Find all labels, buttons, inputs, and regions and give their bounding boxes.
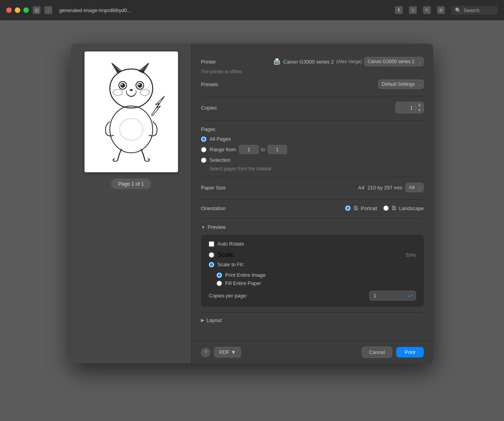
printer-name: Canon G3000 series 2 (Alex Varga) <box>283 59 362 65</box>
cancel-button[interactable]: Cancel <box>362 347 392 358</box>
paper-size-row: Paper Size A4 210 by 297 mm A4 <box>201 183 424 192</box>
portrait-radio[interactable] <box>345 205 351 211</box>
preview-section-label: Preview <box>208 224 226 230</box>
svg-point-0 <box>110 69 153 108</box>
printer-offline-message: The printer is offline. <box>201 69 243 74</box>
paper-size-selector-wrapper: A4 <box>405 183 424 192</box>
landscape-label: Landscape <box>399 205 424 211</box>
svg-point-11 <box>120 119 143 140</box>
landscape-radio[interactable] <box>383 205 389 211</box>
pages-section: Pages All Pages Range from to <box>201 121 424 177</box>
all-pages-row: All Pages <box>201 136 424 142</box>
print-entire-image-radio[interactable] <box>217 272 222 278</box>
layout-chevron-icon: ▶ <box>201 318 204 323</box>
page-indicator: Page 1 of 1 <box>111 179 151 189</box>
edit-icon[interactable]: ✎ <box>423 6 431 14</box>
minimize-button[interactable] <box>15 7 20 13</box>
paper-size-selector[interactable]: A4 <box>405 183 424 192</box>
presets-selector-wrapper: Default Settings <box>378 80 424 89</box>
preview-inner: Auto Rotate Scale: 50% <box>201 235 424 307</box>
pdf-chevron-icon: ▼ <box>231 349 236 355</box>
paper-size-value: A4 210 by 297 mm A4 <box>358 183 424 192</box>
printer-row: Printer 🖨️ Canon G3000 series 2 (Alex Va… <box>201 57 424 66</box>
auto-rotate-checkbox[interactable] <box>209 241 214 247</box>
main-content: Page 1 of 1 Printer 🖨️ Canon G3000 serie… <box>0 20 504 421</box>
range-from-label: Range from <box>210 147 236 152</box>
presets-selector[interactable]: Default Settings <box>378 80 424 89</box>
sidebar-toggle-icon[interactable]: ▤ <box>33 6 41 14</box>
auto-rotate-row: Auto Rotate <box>209 241 416 247</box>
settings-container: Printer 🖨️ Canon G3000 series 2 (Alex Va… <box>192 44 433 363</box>
close-button[interactable] <box>6 7 12 13</box>
preview-panel: Page 1 of 1 <box>71 44 192 363</box>
copies-per-page-selector[interactable]: 1 <box>369 291 416 301</box>
copies-decrement-button[interactable]: ▼ <box>416 108 423 113</box>
fill-entire-paper-option: Fill Entire Paper <box>217 280 416 286</box>
copies-per-page-row: Copies per page: 1 <box>209 291 416 301</box>
copies-per-page-label: Copies per page: <box>209 293 247 299</box>
scale-to-fit-row: Scale to Fit: <box>209 262 416 267</box>
copies-section: Copies 1 ▲ ▼ <box>201 96 424 121</box>
print-entire-image-label: Print Entire Image <box>225 272 266 278</box>
print-dialog: Page 1 of 1 Printer 🖨️ Canon G3000 serie… <box>71 44 433 363</box>
svg-point-10 <box>110 106 153 153</box>
all-pages-radio[interactable] <box>201 136 206 142</box>
maximize-button[interactable] <box>23 7 29 13</box>
portrait-label: Portrait <box>361 205 377 211</box>
search-label: Search <box>463 7 479 13</box>
print-button[interactable]: Print <box>396 347 424 357</box>
layout-section-label: Layout <box>206 317 222 323</box>
range-to-input[interactable] <box>268 145 287 154</box>
orientation-section: Orientation 🖻 Portrait 🖺 <box>201 200 424 219</box>
printer-emoji-icon: 🖨️ <box>273 58 281 65</box>
zoom-icon[interactable]: ⊕ <box>437 6 445 14</box>
selection-label: Selection <box>210 157 230 163</box>
printer-value: 🖨️ Canon G3000 series 2 (Alex Varga) Can… <box>273 57 424 66</box>
pikachu-image <box>96 61 166 163</box>
scale-to-fit-section: Scale to Fit: Print Entire Image <box>209 262 416 286</box>
pages-label: Pages <box>201 126 424 132</box>
all-pages-label: All Pages <box>210 136 231 142</box>
copies-stepper: 1 ▲ ▼ <box>395 102 424 113</box>
scale-value: 50% <box>406 252 416 258</box>
page-preview <box>85 51 178 172</box>
duplicate-icon[interactable]: ⎘ <box>409 6 417 14</box>
preview-section-header[interactable]: ▼ Preview <box>201 224 424 230</box>
copies-label: Copies <box>201 105 217 111</box>
copies-input[interactable]: 1 <box>396 103 415 112</box>
search-bar[interactable]: 🔍 Search <box>451 6 498 15</box>
scale-left: Scale: <box>209 251 234 258</box>
fill-entire-paper-label: Fill Entire Paper <box>225 280 261 286</box>
layout-section-header[interactable]: ▶ Layout <box>201 313 424 328</box>
auto-rotate-label: Auto Rotate <box>217 241 244 247</box>
print-entire-image-option: Print Entire Image <box>217 272 416 278</box>
copies-increment-button[interactable]: ▲ <box>416 102 423 108</box>
pdf-button[interactable]: PDF ▼ <box>214 347 241 357</box>
range-from-radio[interactable] <box>201 147 206 152</box>
range-to-text: to <box>261 147 265 152</box>
scale-radio[interactable] <box>209 252 214 258</box>
scale-to-fit-radio[interactable] <box>209 262 214 267</box>
scale-to-fit-options: Print Entire Image Fill Entire Paper <box>217 272 416 286</box>
help-button[interactable]: ? <box>201 348 210 357</box>
svg-point-8 <box>140 89 150 96</box>
landscape-option: 🖺 Landscape <box>383 205 424 211</box>
selection-radio[interactable] <box>201 157 206 163</box>
fill-entire-paper-radio[interactable] <box>217 281 222 286</box>
range-from-input[interactable] <box>239 145 259 154</box>
paper-size-section: Paper Size A4 210 by 297 mm A4 <box>201 177 424 200</box>
orientation-options: 🖻 Portrait 🖺 Landscape <box>345 205 424 211</box>
svg-point-6 <box>138 84 140 85</box>
range-from-row: Range from to <box>201 145 424 154</box>
range-inputs: to <box>239 145 287 154</box>
svg-point-2 <box>120 83 125 88</box>
printer-selector[interactable]: Canon G3000 series 2 <box>364 57 424 66</box>
scale-to-fit-label: Scale to Fit: <box>217 262 244 267</box>
portrait-icon: 🖻 <box>353 205 358 211</box>
printer-selector-wrapper: Canon G3000 series 2 <box>364 57 424 66</box>
svg-point-9 <box>130 89 133 91</box>
scale-row: Scale: 50% <box>209 251 416 258</box>
share-icon[interactable]: ⬆ <box>395 6 403 14</box>
chevron-left-icon[interactable]: ‹ <box>44 6 52 14</box>
orientation-label: Orientation <box>201 205 226 211</box>
